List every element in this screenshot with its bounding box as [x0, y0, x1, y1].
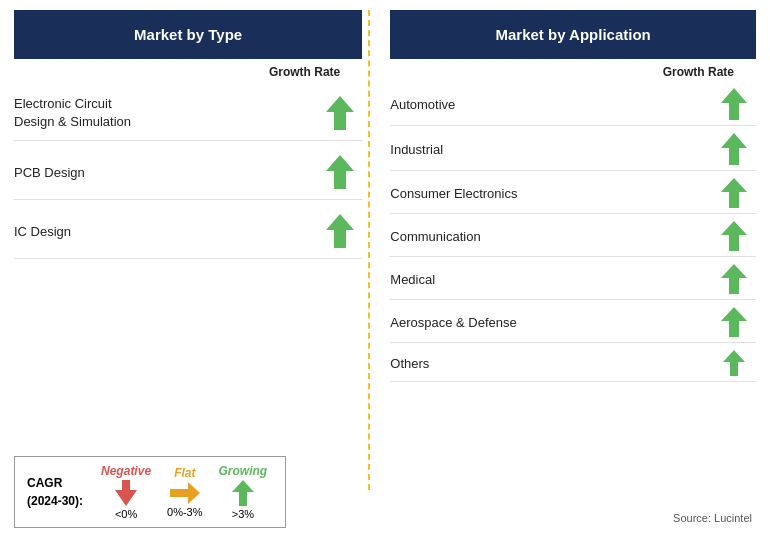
- right-item-3-label: Consumer Electronics: [390, 186, 712, 201]
- flat-arrow-icon: [170, 482, 200, 504]
- cagr-label: CAGR (2024-30):: [27, 474, 83, 510]
- growing-label: Growing: [219, 464, 268, 478]
- right-item-1-arrow: [712, 88, 756, 120]
- right-item-4: Communication: [390, 214, 756, 257]
- vertical-divider: [368, 10, 384, 490]
- svg-marker-2: [326, 214, 354, 248]
- left-item-1: Electronic CircuitDesign & Simulation: [14, 81, 362, 141]
- right-item-1-label: Automotive: [390, 97, 712, 112]
- negative-value: <0%: [115, 508, 137, 520]
- growing-value: >3%: [232, 508, 254, 520]
- right-item-4-label: Communication: [390, 229, 712, 244]
- svg-marker-4: [721, 133, 747, 165]
- left-item-1-arrow: [318, 96, 362, 130]
- left-item-2: PCB Design: [14, 141, 362, 200]
- right-item-7: Others: [390, 343, 756, 382]
- flat-label: Flat: [174, 466, 195, 480]
- right-item-1: Automotive: [390, 81, 756, 126]
- left-item-3-arrow: [318, 214, 362, 248]
- svg-marker-0: [326, 96, 354, 130]
- right-item-7-arrow: [712, 350, 756, 376]
- right-item-5-label: Medical: [390, 272, 712, 287]
- source-text: Source: Lucintel: [673, 512, 752, 524]
- svg-marker-6: [721, 221, 747, 251]
- right-item-3: Consumer Electronics: [390, 171, 756, 214]
- right-item-6-arrow: [712, 307, 756, 337]
- svg-marker-1: [326, 155, 354, 189]
- left-item-2-label: PCB Design: [14, 165, 318, 180]
- right-item-2-label: Industrial: [390, 142, 712, 157]
- right-item-3-arrow: [712, 178, 756, 208]
- right-item-4-arrow: [712, 221, 756, 251]
- left-growth-label: Growth Rate: [14, 65, 362, 79]
- right-item-2-arrow: [712, 133, 756, 165]
- left-item-2-arrow: [318, 155, 362, 189]
- right-item-5-arrow: [712, 264, 756, 294]
- right-item-7-label: Others: [390, 356, 712, 371]
- legend-negative: Negative <0%: [101, 464, 151, 520]
- growing-arrow-icon: [232, 480, 254, 506]
- right-item-2: Industrial: [390, 126, 756, 171]
- negative-arrow-icon: [115, 480, 137, 506]
- flat-value: 0%-3%: [167, 506, 202, 518]
- right-panel-header: Market by Application: [390, 10, 756, 59]
- right-item-5: Medical: [390, 257, 756, 300]
- negative-label: Negative: [101, 464, 151, 478]
- left-panel: Market by Type Growth Rate Electronic Ci…: [14, 10, 362, 490]
- legend-flat: Flat 0%-3%: [167, 466, 202, 518]
- svg-marker-12: [232, 480, 254, 506]
- right-panel: Market by Application Growth Rate Automo…: [390, 10, 756, 490]
- left-item-3-label: IC Design: [14, 224, 318, 239]
- left-item-3: IC Design: [14, 200, 362, 259]
- right-item-6: Aerospace & Defense: [390, 300, 756, 343]
- legend-box: CAGR (2024-30): Negative <0% Flat 0%-3% …: [14, 456, 286, 528]
- left-panel-header: Market by Type: [14, 10, 362, 59]
- right-item-6-label: Aerospace & Defense: [390, 315, 712, 330]
- right-growth-label: Growth Rate: [390, 65, 756, 79]
- svg-marker-7: [721, 264, 747, 294]
- legend-growing: Growing >3%: [219, 464, 268, 520]
- svg-marker-10: [115, 480, 137, 506]
- svg-marker-3: [721, 88, 747, 120]
- svg-marker-5: [721, 178, 747, 208]
- svg-marker-11: [170, 482, 200, 504]
- left-item-1-label: Electronic CircuitDesign & Simulation: [14, 95, 318, 130]
- svg-marker-8: [721, 307, 747, 337]
- svg-marker-9: [723, 350, 745, 376]
